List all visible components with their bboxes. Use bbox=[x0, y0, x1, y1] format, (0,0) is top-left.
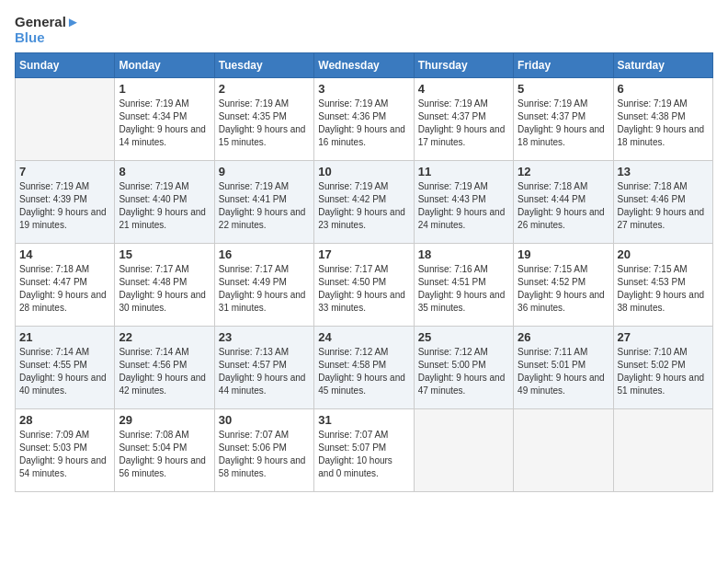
day-info: Sunrise: 7:17 AM Sunset: 4:48 PM Dayligh… bbox=[119, 263, 210, 315]
calendar-cell: 15Sunrise: 7:17 AM Sunset: 4:48 PM Dayli… bbox=[115, 244, 214, 327]
col-header-saturday: Saturday bbox=[613, 53, 712, 78]
calendar-week-4: 28Sunrise: 7:09 AM Sunset: 5:03 PM Dayli… bbox=[16, 409, 713, 492]
day-number: 13 bbox=[618, 165, 709, 178]
day-info: Sunrise: 7:19 AM Sunset: 4:41 PM Dayligh… bbox=[219, 180, 310, 232]
calendar-cell: 12Sunrise: 7:18 AM Sunset: 4:44 PM Dayli… bbox=[514, 161, 613, 244]
col-header-friday: Friday bbox=[514, 53, 613, 78]
calendar-cell: 30Sunrise: 7:07 AM Sunset: 5:06 PM Dayli… bbox=[214, 409, 313, 492]
day-number: 12 bbox=[518, 165, 609, 178]
calendar-cell: 20Sunrise: 7:15 AM Sunset: 4:53 PM Dayli… bbox=[613, 244, 712, 327]
calendar-cell: 5Sunrise: 7:19 AM Sunset: 4:37 PM Daylig… bbox=[514, 78, 613, 161]
col-header-tuesday: Tuesday bbox=[214, 53, 313, 78]
calendar-cell: 13Sunrise: 7:18 AM Sunset: 4:46 PM Dayli… bbox=[613, 161, 712, 244]
calendar-cell: 7Sunrise: 7:19 AM Sunset: 4:39 PM Daylig… bbox=[16, 161, 115, 244]
day-info: Sunrise: 7:12 AM Sunset: 4:58 PM Dayligh… bbox=[318, 346, 409, 397]
day-info: Sunrise: 7:14 AM Sunset: 4:56 PM Dayligh… bbox=[119, 346, 210, 397]
col-header-sunday: Sunday bbox=[16, 53, 115, 78]
day-info: Sunrise: 7:11 AM Sunset: 5:01 PM Dayligh… bbox=[518, 346, 609, 397]
day-number: 29 bbox=[119, 413, 210, 427]
day-number: 8 bbox=[119, 165, 210, 178]
calendar-cell bbox=[613, 409, 712, 492]
calendar-cell: 29Sunrise: 7:08 AM Sunset: 5:04 PM Dayli… bbox=[115, 409, 214, 492]
calendar-cell: 11Sunrise: 7:19 AM Sunset: 4:43 PM Dayli… bbox=[414, 161, 513, 244]
calendar-cell: 31Sunrise: 7:07 AM Sunset: 5:07 PM Dayli… bbox=[314, 409, 414, 492]
calendar-cell: 16Sunrise: 7:17 AM Sunset: 4:49 PM Dayli… bbox=[214, 244, 313, 327]
day-number: 5 bbox=[518, 82, 609, 96]
day-info: Sunrise: 7:10 AM Sunset: 5:02 PM Dayligh… bbox=[618, 346, 709, 397]
day-info: Sunrise: 7:17 AM Sunset: 4:49 PM Dayligh… bbox=[219, 263, 310, 315]
day-info: Sunrise: 7:14 AM Sunset: 4:55 PM Dayligh… bbox=[19, 346, 110, 397]
day-number: 4 bbox=[418, 82, 509, 96]
day-info: Sunrise: 7:18 AM Sunset: 4:44 PM Dayligh… bbox=[518, 180, 609, 232]
day-info: Sunrise: 7:07 AM Sunset: 5:07 PM Dayligh… bbox=[318, 429, 409, 480]
day-info: Sunrise: 7:19 AM Sunset: 4:34 PM Dayligh… bbox=[119, 98, 210, 149]
day-number: 18 bbox=[418, 247, 509, 261]
calendar-week-0: 1Sunrise: 7:19 AM Sunset: 4:34 PM Daylig… bbox=[16, 78, 713, 161]
day-number: 10 bbox=[318, 165, 409, 178]
calendar-week-2: 14Sunrise: 7:18 AM Sunset: 4:47 PM Dayli… bbox=[16, 244, 713, 327]
day-number: 15 bbox=[119, 247, 210, 261]
day-info: Sunrise: 7:13 AM Sunset: 4:57 PM Dayligh… bbox=[219, 346, 310, 397]
day-number: 9 bbox=[219, 165, 310, 178]
calendar-cell: 2Sunrise: 7:19 AM Sunset: 4:35 PM Daylig… bbox=[214, 78, 313, 161]
day-number: 16 bbox=[219, 247, 310, 261]
day-info: Sunrise: 7:19 AM Sunset: 4:38 PM Dayligh… bbox=[618, 98, 709, 149]
day-number: 7 bbox=[19, 165, 110, 178]
calendar-cell: 22Sunrise: 7:14 AM Sunset: 4:56 PM Dayli… bbox=[115, 327, 214, 409]
day-info: Sunrise: 7:19 AM Sunset: 4:42 PM Dayligh… bbox=[318, 180, 409, 232]
page-header: General► Blue bbox=[15, 15, 713, 45]
day-number: 22 bbox=[119, 330, 210, 344]
calendar-cell: 17Sunrise: 7:17 AM Sunset: 4:50 PM Dayli… bbox=[314, 244, 414, 327]
day-info: Sunrise: 7:19 AM Sunset: 4:40 PM Dayligh… bbox=[119, 180, 210, 232]
day-number: 11 bbox=[418, 165, 509, 178]
calendar-table: SundayMondayTuesdayWednesdayThursdayFrid… bbox=[15, 52, 713, 492]
calendar-header-row: SundayMondayTuesdayWednesdayThursdayFrid… bbox=[16, 53, 713, 78]
day-number: 30 bbox=[219, 413, 310, 427]
calendar-cell: 21Sunrise: 7:14 AM Sunset: 4:55 PM Dayli… bbox=[16, 327, 115, 409]
col-header-thursday: Thursday bbox=[414, 53, 513, 78]
day-info: Sunrise: 7:16 AM Sunset: 4:51 PM Dayligh… bbox=[418, 263, 509, 315]
day-info: Sunrise: 7:18 AM Sunset: 4:47 PM Dayligh… bbox=[19, 263, 110, 315]
day-number: 6 bbox=[618, 82, 709, 96]
calendar-cell: 3Sunrise: 7:19 AM Sunset: 4:36 PM Daylig… bbox=[314, 78, 414, 161]
day-info: Sunrise: 7:07 AM Sunset: 5:06 PM Dayligh… bbox=[219, 429, 310, 480]
calendar-cell: 8Sunrise: 7:19 AM Sunset: 4:40 PM Daylig… bbox=[115, 161, 214, 244]
calendar-cell bbox=[514, 409, 613, 492]
day-info: Sunrise: 7:19 AM Sunset: 4:39 PM Dayligh… bbox=[19, 180, 110, 232]
calendar-cell: 24Sunrise: 7:12 AM Sunset: 4:58 PM Dayli… bbox=[314, 327, 414, 409]
day-info: Sunrise: 7:12 AM Sunset: 5:00 PM Dayligh… bbox=[418, 346, 509, 397]
calendar-cell: 27Sunrise: 7:10 AM Sunset: 5:02 PM Dayli… bbox=[613, 327, 712, 409]
day-number: 27 bbox=[618, 330, 709, 344]
calendar-cell: 6Sunrise: 7:19 AM Sunset: 4:38 PM Daylig… bbox=[613, 78, 712, 161]
col-header-monday: Monday bbox=[115, 53, 214, 78]
day-info: Sunrise: 7:15 AM Sunset: 4:53 PM Dayligh… bbox=[618, 263, 709, 315]
day-number: 2 bbox=[219, 82, 310, 96]
day-number: 1 bbox=[119, 82, 210, 96]
calendar-cell: 4Sunrise: 7:19 AM Sunset: 4:37 PM Daylig… bbox=[414, 78, 513, 161]
logo: General► Blue bbox=[15, 15, 80, 45]
day-number: 19 bbox=[518, 247, 609, 261]
calendar-cell: 28Sunrise: 7:09 AM Sunset: 5:03 PM Dayli… bbox=[16, 409, 115, 492]
calendar-cell: 1Sunrise: 7:19 AM Sunset: 4:34 PM Daylig… bbox=[115, 78, 214, 161]
day-info: Sunrise: 7:19 AM Sunset: 4:43 PM Dayligh… bbox=[418, 180, 509, 232]
day-number: 17 bbox=[318, 247, 409, 261]
col-header-wednesday: Wednesday bbox=[314, 53, 414, 78]
day-number: 3 bbox=[318, 82, 409, 96]
day-number: 31 bbox=[318, 413, 409, 427]
calendar-cell bbox=[414, 409, 513, 492]
day-number: 14 bbox=[19, 247, 110, 261]
calendar-cell: 25Sunrise: 7:12 AM Sunset: 5:00 PM Dayli… bbox=[414, 327, 513, 409]
day-info: Sunrise: 7:17 AM Sunset: 4:50 PM Dayligh… bbox=[318, 263, 409, 315]
day-info: Sunrise: 7:18 AM Sunset: 4:46 PM Dayligh… bbox=[618, 180, 709, 232]
day-info: Sunrise: 7:09 AM Sunset: 5:03 PM Dayligh… bbox=[19, 429, 110, 480]
calendar-cell: 19Sunrise: 7:15 AM Sunset: 4:52 PM Dayli… bbox=[514, 244, 613, 327]
day-info: Sunrise: 7:19 AM Sunset: 4:37 PM Dayligh… bbox=[418, 98, 509, 149]
day-number: 24 bbox=[318, 330, 409, 344]
calendar-cell: 9Sunrise: 7:19 AM Sunset: 4:41 PM Daylig… bbox=[214, 161, 313, 244]
day-number: 21 bbox=[19, 330, 110, 344]
day-info: Sunrise: 7:19 AM Sunset: 4:35 PM Dayligh… bbox=[219, 98, 310, 149]
day-number: 28 bbox=[19, 413, 110, 427]
calendar-cell: 10Sunrise: 7:19 AM Sunset: 4:42 PM Dayli… bbox=[314, 161, 414, 244]
day-number: 25 bbox=[418, 330, 509, 344]
day-info: Sunrise: 7:08 AM Sunset: 5:04 PM Dayligh… bbox=[119, 429, 210, 480]
